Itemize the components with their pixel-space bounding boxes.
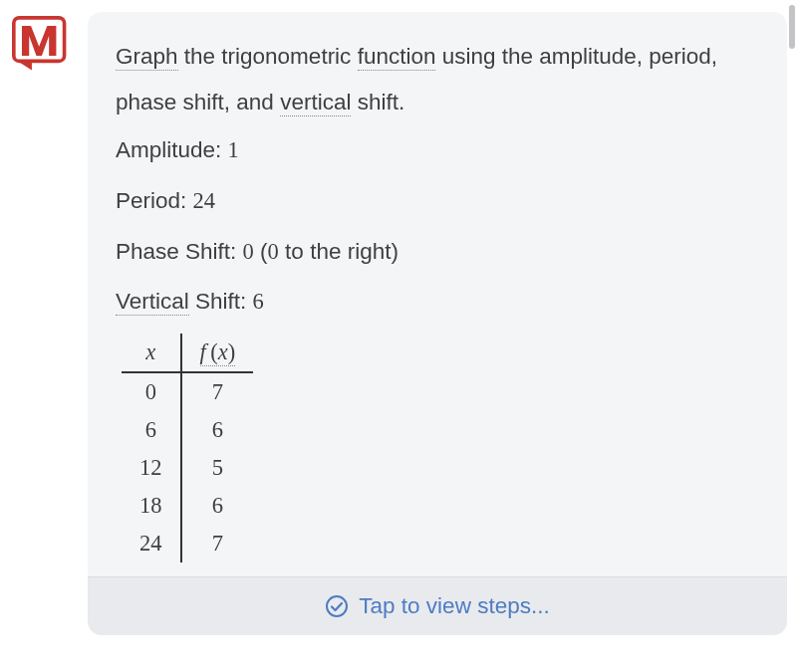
phase-shift-note-suffix: to the right) (279, 239, 398, 264)
table-header-row: x f (x) (122, 334, 253, 372)
svg-point-1 (327, 596, 347, 616)
link-vertical-2[interactable]: Vertical (116, 289, 189, 316)
values-table-wrap: x f (x) 07 66 125 186 247 (122, 334, 759, 562)
table-header-fx: f (x) (181, 334, 254, 372)
scrollbar-thumb[interactable] (789, 5, 795, 49)
link-graph[interactable]: Graph (116, 44, 178, 71)
cell-x: 12 (122, 449, 181, 487)
cell-fx: 6 (181, 411, 254, 449)
phase-shift-note-val: 0 (268, 239, 279, 264)
table-row: 07 (122, 372, 253, 411)
link-vertical[interactable]: vertical (280, 90, 351, 116)
amplitude-line: Amplitude: 1 (116, 125, 759, 176)
cell-x: 18 (122, 487, 181, 525)
vertical-shift-value: 6 (253, 289, 264, 314)
cell-fx: 7 (181, 525, 254, 562)
table-row: 186 (122, 487, 253, 525)
table-row: 66 (122, 411, 253, 449)
view-steps-label: Tap to view steps... (359, 593, 549, 619)
phase-shift-value: 0 (243, 239, 254, 264)
link-function[interactable]: function (358, 44, 436, 71)
phase-shift-label: Phase Shift: (116, 239, 236, 264)
period-value: 24 (193, 188, 216, 213)
desc-text: shift. (351, 90, 404, 114)
amplitude-label: Amplitude: (116, 137, 221, 162)
table-row: 125 (122, 449, 253, 487)
phase-shift-line: Phase Shift: 0 (0 to the right) (116, 227, 759, 278)
desc-text: the trigonometric (178, 44, 358, 69)
table-row: 247 (122, 525, 253, 562)
period-line: Period: 24 (116, 176, 759, 227)
cell-fx: 5 (181, 449, 254, 487)
table-header-x: x (122, 334, 181, 372)
main-container: Graph the trigonometric function using t… (0, 0, 797, 635)
cell-x: 6 (122, 411, 181, 449)
amplitude-value: 1 (228, 137, 239, 162)
problem-description: Graph the trigonometric function using t… (116, 34, 759, 125)
app-logo-icon (12, 16, 70, 74)
view-steps-button[interactable]: Tap to view steps... (88, 576, 787, 635)
phase-shift-note-open: ( (260, 239, 268, 264)
vertical-shift-label-rest: Shift: (189, 289, 247, 314)
vertical-shift-line: Vertical Shift: 6 (116, 277, 759, 328)
solution-card: Graph the trigonometric function using t… (88, 12, 787, 635)
cell-x: 24 (122, 525, 181, 562)
period-label: Period: (116, 188, 186, 213)
cell-x: 0 (122, 372, 181, 411)
values-table: x f (x) 07 66 125 186 247 (122, 334, 253, 562)
cell-fx: 6 (181, 487, 254, 525)
checkmark-circle-icon (325, 594, 349, 618)
cell-fx: 7 (181, 372, 254, 411)
